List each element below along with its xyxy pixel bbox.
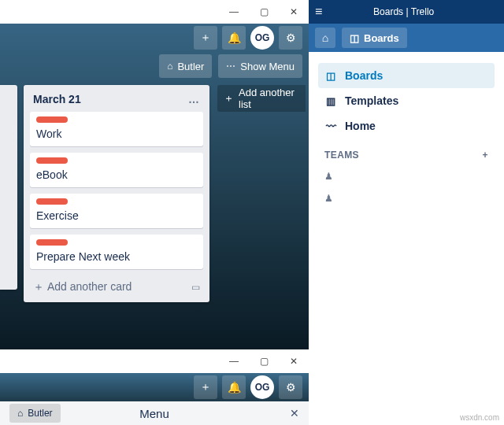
minimize-button[interactable] (219, 0, 249, 24)
show-menu-button[interactable]: ⋯ Show Menu (218, 54, 302, 78)
plus-icon: ＋ (224, 91, 234, 105)
notifications-button[interactable]: 🔔 (222, 375, 246, 399)
butler-label: Butler (28, 408, 52, 419)
home-icon: ⌂ (322, 31, 328, 44)
team-icon: ♟ (324, 171, 333, 182)
home-button[interactable]: ⌂ (315, 28, 335, 48)
show-menu-label: Show Menu (240, 61, 295, 72)
butler-label: Butler (177, 61, 204, 72)
add-card-label: Add another card (33, 280, 132, 294)
butler-icon: ⌂ (167, 61, 172, 72)
template-icon[interactable]: ▭ (191, 282, 200, 293)
card[interactable]: Prepare Next week (30, 235, 203, 269)
window-titlebar (0, 0, 309, 24)
card-label-red (36, 198, 68, 205)
avatar[interactable]: OG (250, 26, 274, 50)
card-title: Exercise (36, 209, 79, 222)
maximize-button[interactable] (249, 349, 279, 373)
ellipsis-icon: ⋯ (226, 61, 235, 72)
templates-icon: ▥ (324, 95, 337, 107)
menu-panel: ⌂ Butler Menu ✕ (0, 401, 309, 425)
card-title: Work (36, 128, 61, 140)
close-button[interactable] (279, 349, 309, 373)
boards-icon: ◫ (350, 32, 359, 44)
list-march-21: March 21 … Work eBook Exercise Prepare N… (24, 85, 209, 302)
app-toolbar: ＋ 🔔 OG ⚙ (0, 373, 309, 401)
list-header: March 21 … (30, 91, 203, 112)
minimize-button[interactable] (219, 349, 249, 373)
plus-icon: ＋ (200, 380, 211, 394)
sidebar-item-templates[interactable]: ▥ Templates (318, 88, 495, 113)
notifications-button[interactable]: 🔔 (222, 26, 246, 50)
plus-icon: ＋ (200, 31, 211, 45)
butler-button[interactable]: ⌂ Butler (9, 404, 61, 423)
team-icon: ♟ (324, 193, 333, 204)
card-label-red (36, 239, 68, 246)
teams-header: TEAMS + (324, 150, 488, 161)
gear-icon: ⚙ (286, 31, 296, 44)
trello-board-window: ＋ 🔔 OG ⚙ ⌂ Butler ⋯ Show Menu March 21 …… (0, 0, 309, 349)
hamburger-icon[interactable]: ≡ (315, 5, 322, 19)
app-toolbar: ＋ 🔔 OG ⚙ (0, 24, 309, 52)
boards-tab[interactable]: ◫ Boards (342, 28, 407, 48)
create-button[interactable]: ＋ (194, 375, 217, 399)
card-title: Prepare Next week (36, 250, 130, 263)
boards-icon: ◫ (324, 70, 337, 82)
boards-label: Boards (364, 32, 399, 44)
card-label-red (36, 157, 68, 164)
gear-icon: ⚙ (286, 381, 296, 394)
teams-label: TEAMS (324, 150, 359, 161)
board-header: ⌂ Butler ⋯ Show Menu (0, 52, 309, 80)
add-list-button[interactable]: ＋ Add another list (217, 85, 306, 112)
bell-icon: 🔔 (228, 381, 241, 394)
settings-button[interactable]: ⚙ (279, 375, 302, 399)
card-title: eBook (36, 168, 68, 181)
card[interactable]: Exercise (30, 194, 203, 228)
butler-button[interactable]: ⌂ Butler (159, 54, 212, 78)
team-item[interactable]: ♟ (318, 187, 495, 209)
sidebar-item-label: Home (345, 120, 376, 132)
list-title[interactable]: March 21 (33, 93, 81, 105)
card-label-red (36, 116, 68, 123)
add-list-label: Add another list (239, 87, 299, 110)
window-title: Boards | Trello (373, 6, 434, 17)
avatar[interactable]: OG (250, 375, 274, 399)
sidebar: ◫ Boards ▥ Templates 〰 Home TEAMS + ♟ ♟ (309, 52, 504, 220)
create-button[interactable]: ＋ (194, 26, 217, 50)
list-menu-button[interactable]: … (188, 93, 200, 105)
board-canvas[interactable]: March 21 … Work eBook Exercise Prepare N… (0, 80, 309, 349)
close-menu-button[interactable]: ✕ (290, 407, 299, 419)
watermark: wsxdn.com (460, 413, 499, 422)
window-titlebar (0, 349, 309, 373)
menu-title: Menu (139, 407, 169, 420)
sidebar-item-label: Boards (345, 69, 383, 82)
bell-icon: 🔔 (228, 31, 241, 44)
team-item[interactable]: ♟ (318, 165, 495, 187)
trello-secondary-window: ＋ 🔔 OG ⚙ ⌂ Butler Menu ✕ (0, 349, 309, 425)
butler-icon: ⌂ (17, 408, 23, 419)
previous-list-sliver[interactable] (0, 85, 17, 290)
settings-button[interactable]: ⚙ (279, 26, 302, 50)
trello-sidebar-window: ≡ Boards | Trello ⌂ ◫ Boards ◫ Boards ▥ … (309, 0, 504, 425)
sidebar-item-home[interactable]: 〰 Home (318, 113, 495, 139)
sidebar-item-boards[interactable]: ◫ Boards (318, 63, 495, 88)
close-button[interactable] (279, 0, 309, 24)
card[interactable]: Work (30, 112, 203, 146)
maximize-button[interactable] (249, 0, 279, 24)
window-titlebar: ≡ Boards | Trello (309, 0, 504, 24)
top-nav: ⌂ ◫ Boards (309, 24, 504, 52)
home-icon: 〰 (324, 120, 337, 132)
add-card-button[interactable]: Add another card ▭ (30, 275, 203, 296)
add-team-button[interactable]: + (483, 150, 488, 161)
card[interactable]: eBook (30, 153, 203, 187)
sidebar-item-label: Templates (345, 94, 398, 107)
